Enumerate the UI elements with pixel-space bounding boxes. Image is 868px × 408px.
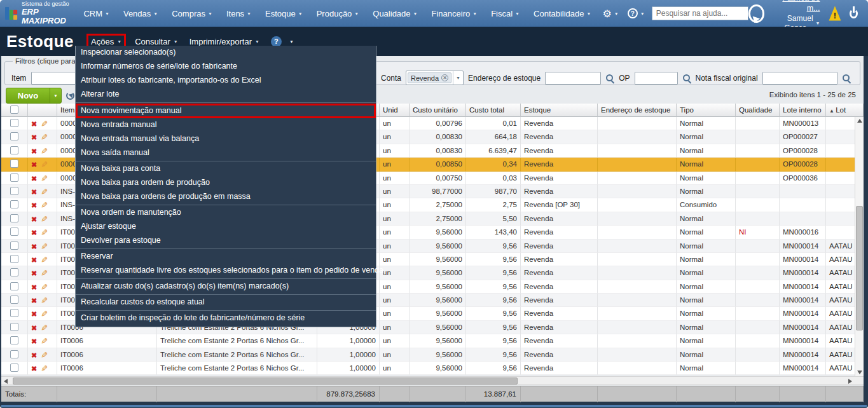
edit-pencil-icon[interactable]: ✎ <box>38 147 51 154</box>
edit-pencil-icon[interactable]: ✎ <box>38 175 51 182</box>
col-header-qualidade[interactable]: Qualidade <box>736 104 780 117</box>
menu-item-nova-baixa-para-conta[interactable]: Nova baixa para conta <box>76 162 376 176</box>
col-header-lot[interactable]: Lot <box>826 104 864 117</box>
edit-pencil-icon[interactable]: ✎ <box>38 133 51 140</box>
scroll-left-icon[interactable] <box>4 379 8 384</box>
delete-icon[interactable]: ✖ <box>31 147 37 155</box>
menu-item-devolver-para-estoque[interactable]: Devolver para estoque <box>76 234 376 248</box>
menu-item-informar-nu-meros-de-se-rie-lote-do-fabr[interactable]: Informar números de série/lote do fabric… <box>76 60 376 74</box>
row-checkbox[interactable] <box>10 200 18 208</box>
nav-menu-contabilidade[interactable]: Contabilidade <box>527 9 598 18</box>
col-header-lote-interno[interactable]: Lote interno <box>780 104 826 117</box>
menu-item-inspecionar-selecionado-s[interactable]: Inspecionar selecionado(s) <box>76 46 376 60</box>
delete-icon[interactable]: ✖ <box>31 256 37 264</box>
table-row[interactable]: ✖✎IT0006Treliche com Estante 2 Portas 6 … <box>1 348 864 362</box>
row-checkbox[interactable] <box>10 119 18 127</box>
menu-item-criar-boletim-de-inspec-a-o-do-lote-do-f[interactable]: Criar boletim de inspeção do lote do fab… <box>76 311 376 325</box>
menu-item-nova-movimentac-a-o-manual[interactable]: Nova movimentação manual <box>76 104 376 118</box>
col-header-unid[interactable]: Unid <box>380 104 410 117</box>
row-checkbox[interactable] <box>10 214 18 222</box>
delete-icon[interactable]: ✖ <box>31 175 37 182</box>
scroll-up-icon[interactable] <box>857 119 862 123</box>
nav-menu-fiscal[interactable]: Fiscal <box>484 9 527 18</box>
select-all-checkbox[interactable] <box>10 105 18 114</box>
edit-pencil-icon[interactable]: ✎ <box>38 324 51 331</box>
menu-item-atualizar-custo-do-s-cadastro-s-do-s-ite[interactable]: Atualizar custo do(s) cadastro(s) do(s) … <box>76 280 376 294</box>
row-checkbox[interactable] <box>10 323 18 331</box>
combo-arrow[interactable] <box>453 71 463 85</box>
menu-item-nova-entrada-manual-via-balanc-a[interactable]: Nova entrada manual via balança <box>76 132 376 146</box>
new-button[interactable]: Novo <box>6 88 62 104</box>
help-search-input[interactable] <box>652 6 748 20</box>
edit-pencil-icon[interactable]: ✎ <box>38 161 51 168</box>
refresh-icon[interactable] <box>66 92 74 100</box>
menu-item-nova-baixa-para-ordem-de-produc-a-o[interactable]: Nova baixa para ordem de produção <box>76 176 376 190</box>
horizontal-scroll-thumb[interactable] <box>13 377 518 384</box>
menu-item-nova-entrada-manual[interactable]: Nova entrada manual <box>76 118 376 132</box>
endereco-filter-input[interactable] <box>545 72 601 85</box>
menu-item-nova-ordem-de-manutenc-a-o[interactable]: Nova ordem de manutenção <box>76 206 376 220</box>
consultar-menu-button[interactable]: Consultar <box>135 37 178 46</box>
nav-menu-vendas[interactable]: Vendas <box>116 9 165 18</box>
edit-pencil-icon[interactable]: ✎ <box>38 351 51 358</box>
table-row[interactable]: ✖✎IT0006Treliche com Estante 2 Portas 6 … <box>1 362 864 375</box>
delete-icon[interactable]: ✖ <box>31 243 37 250</box>
conta-filter-select[interactable]: Revenda ✕ <box>406 71 464 85</box>
edit-pencil-icon[interactable]: ✎ <box>38 297 51 304</box>
chevron-down-icon[interactable] <box>289 39 294 44</box>
delete-icon[interactable]: ✖ <box>31 201 37 209</box>
delete-icon[interactable]: ✖ <box>31 120 37 128</box>
menu-item-recalcular-custos-do-estoque-atual[interactable]: Recalcular custos do estoque atual <box>76 296 376 309</box>
delete-icon[interactable]: ✖ <box>31 133 37 141</box>
edit-pencil-icon[interactable]: ✎ <box>38 188 51 195</box>
delete-icon[interactable]: ✖ <box>31 365 37 372</box>
edit-pencil-icon[interactable]: ✎ <box>38 201 51 208</box>
row-checkbox[interactable] <box>10 132 18 140</box>
page-help-icon[interactable]: ? <box>271 36 282 47</box>
row-checkbox[interactable] <box>10 296 18 304</box>
edit-pencil-icon[interactable]: ✎ <box>38 311 51 318</box>
nota-filter-input[interactable] <box>762 72 837 85</box>
menu-item-reservar-quantidade-livre-dos-estoques-s[interactable]: Reservar quantidade livre dos estoques s… <box>76 264 376 278</box>
delete-icon[interactable]: ✖ <box>31 188 37 196</box>
delete-icon[interactable]: ✖ <box>31 229 37 236</box>
col-header-estoque[interactable]: Estoque <box>521 104 598 117</box>
vertical-scroll-thumb[interactable] <box>856 206 863 330</box>
nav-menu-financeiro[interactable]: Financeiro <box>425 9 485 18</box>
nav-menu-crm[interactable]: CRM <box>76 9 116 18</box>
nav-menu-itens[interactable]: Itens <box>219 9 258 18</box>
row-checkbox[interactable] <box>10 336 18 344</box>
col-header-enderec-o-de-estoque[interactable]: Endereço de estoque <box>598 104 677 117</box>
filters-legend[interactable]: Filtros (clique para <box>13 57 78 65</box>
col-header-custo-total[interactable]: Custo total <box>466 104 521 117</box>
delete-icon[interactable]: ✖ <box>31 297 37 304</box>
menu-item-nova-sai-da-manual[interactable]: Nova saída manual <box>76 146 376 160</box>
horizontal-scrollbar[interactable] <box>1 376 864 385</box>
row-checkbox[interactable] <box>10 364 18 372</box>
edit-pencil-icon[interactable]: ✎ <box>38 215 51 222</box>
col-header-tipo[interactable]: Tipo <box>677 104 736 117</box>
edit-pencil-icon[interactable]: ✎ <box>38 229 51 236</box>
op-filter-input[interactable] <box>635 72 678 85</box>
logout-power-icon[interactable] <box>850 9 858 18</box>
row-checkbox[interactable] <box>10 146 18 154</box>
vertical-scrollbar[interactable] <box>855 117 864 376</box>
scroll-right-icon[interactable] <box>848 379 852 384</box>
row-checkbox[interactable] <box>10 173 18 182</box>
edit-pencil-icon[interactable]: ✎ <box>38 283 51 290</box>
delete-icon[interactable]: ✖ <box>31 351 37 359</box>
help-menu-button[interactable]: ? <box>623 8 649 18</box>
row-checkbox[interactable] <box>10 282 18 290</box>
row-checkbox[interactable] <box>10 268 18 276</box>
edit-pencil-icon[interactable]: ✎ <box>38 365 51 372</box>
delete-icon[interactable]: ✖ <box>31 337 37 345</box>
menu-item-alterar-lote[interactable]: Alterar lote <box>76 88 376 102</box>
row-checkbox[interactable] <box>10 309 18 317</box>
col-header-custo-unita-rio[interactable]: Custo unitário <box>410 104 466 117</box>
edit-pencil-icon[interactable]: ✎ <box>38 120 51 127</box>
remove-tag-icon[interactable]: ✕ <box>441 74 448 81</box>
row-checkbox[interactable] <box>10 241 18 250</box>
table-row[interactable]: ✖✎IT0006Treliche com Estante 2 Portas 6 … <box>1 334 864 348</box>
edit-pencil-icon[interactable]: ✎ <box>38 256 51 263</box>
search-icon[interactable] <box>605 74 614 83</box>
